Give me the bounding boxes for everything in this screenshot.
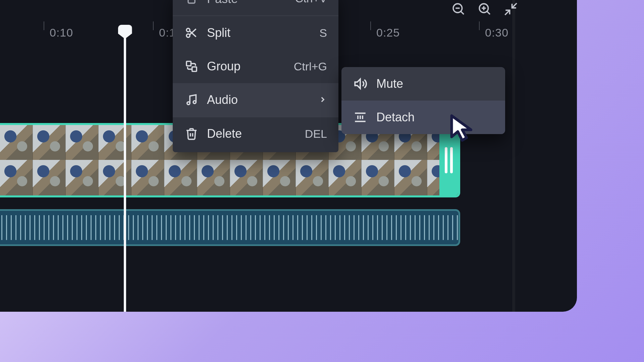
zoom-controls	[451, 2, 518, 17]
paste-icon	[182, 0, 201, 5]
music-icon	[182, 93, 201, 107]
svg-point-18	[193, 101, 196, 104]
svg-rect-15	[186, 61, 191, 66]
detach-icon	[351, 110, 370, 124]
speaker-icon	[351, 77, 370, 91]
clip-thumbnails	[0, 160, 460, 195]
menu-shortcut: DEL	[305, 127, 327, 140]
waveform	[0, 215, 459, 240]
ruler-tick: 0:10	[50, 26, 73, 39]
scissors-icon	[182, 26, 201, 40]
group-icon	[182, 60, 201, 73]
submenu-mute[interactable]: Mute	[341, 67, 505, 101]
ruler-tick: 0:30	[485, 26, 508, 39]
context-menu: Paste Ctrl+V Split S Group Ctrl+G Audio	[173, 0, 338, 152]
svg-point-17	[187, 102, 190, 105]
audio-clip[interactable]	[0, 209, 460, 246]
zoom-out-button[interactable]	[451, 2, 466, 17]
audio-submenu: Mute Detach	[341, 67, 505, 134]
menu-label: Group	[201, 59, 294, 73]
menu-audio[interactable]: Audio	[173, 83, 338, 117]
trash-icon	[182, 127, 201, 140]
svg-rect-9	[188, 0, 195, 3]
menu-split[interactable]: Split S	[173, 16, 338, 50]
mouse-cursor	[448, 114, 476, 143]
submenu-label: Mute	[370, 77, 403, 91]
menu-label: Split	[201, 26, 319, 40]
svg-marker-19	[355, 79, 360, 88]
menu-label: Paste	[201, 0, 295, 6]
svg-rect-16	[192, 67, 197, 71]
collapse-icon[interactable]	[504, 2, 518, 17]
menu-label: Audio	[201, 93, 318, 107]
playhead[interactable]	[124, 25, 126, 312]
menu-shortcut: Ctrl+V	[295, 0, 327, 5]
menu-paste[interactable]: Paste Ctrl+V	[173, 0, 338, 16]
menu-label: Delete	[201, 127, 305, 141]
menu-shortcut: Ctrl+G	[294, 60, 327, 73]
svg-line-1	[461, 11, 464, 14]
timeline-editor: 0:10 0:15 0:25 0:30 Paste Ctrl+V	[0, 0, 577, 312]
ruler-tick: 0:25	[376, 26, 400, 39]
submenu-label: Detach	[370, 110, 415, 124]
svg-line-8	[505, 10, 510, 15]
svg-marker-25	[452, 116, 471, 140]
submenu-detach[interactable]: Detach	[341, 101, 505, 134]
zoom-in-button[interactable]	[478, 2, 492, 17]
menu-delete[interactable]: Delete DEL	[173, 117, 338, 150]
menu-group[interactable]: Group Ctrl+G	[173, 50, 338, 83]
chevron-right-icon	[318, 93, 327, 107]
svg-line-4	[487, 11, 490, 14]
viewport-divider	[513, 0, 515, 312]
menu-shortcut: S	[319, 26, 327, 40]
